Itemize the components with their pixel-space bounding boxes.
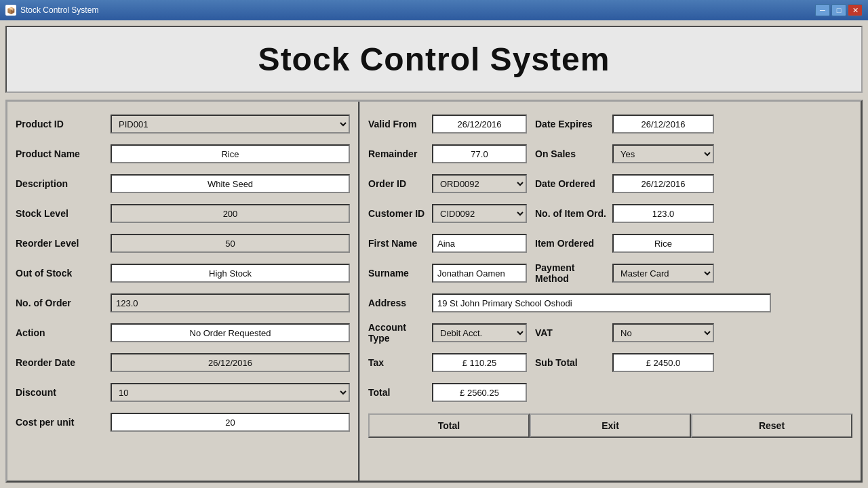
product-name-input[interactable] [111,144,350,163]
minimize-button[interactable]: ─ [815,4,830,16]
no-of-item-ord-input[interactable] [612,204,714,223]
reorder-date-input[interactable] [111,353,350,372]
date-expires-label: Date Expires [535,119,610,129]
bottom-buttons: Total Exit Reset [368,413,852,438]
discount-row: Discount 10 [16,381,350,404]
no-of-order-input[interactable] [111,293,350,312]
order-id-select[interactable]: ORD0092 [432,174,527,193]
reorder-date-label: Reorder Date [16,357,111,368]
sub-total-label: Sub Total [535,357,610,368]
valid-from-row: Valid From Date Expires [368,113,852,136]
action-row: Action [16,321,350,344]
no-of-order-label: No. of Order [16,298,111,308]
payment-method-select[interactable]: Master Card Visa Cash [612,264,714,283]
tax-row: Tax Sub Total [368,351,852,374]
sub-total-input[interactable] [612,353,714,372]
action-input[interactable] [111,323,350,342]
product-name-row: Product Name [16,142,350,165]
stock-level-label: Stock Level [16,208,111,219]
total-input[interactable] [432,383,527,402]
on-sales-label: On Sales [535,148,610,159]
surname-input[interactable] [432,264,527,283]
right-panel: Valid From Date Expires Remainder On Sal… [360,102,861,481]
account-type-select[interactable]: Debit Acct. Credit Acct. [432,323,527,342]
total-label: Total [368,387,429,398]
out-of-stock-row: Out of Stock [16,262,350,285]
address-row: Address [368,291,852,314]
left-panel: Product ID PID001 Product Name Descripti… [7,102,360,481]
cost-per-unit-label: Cost per unit [16,417,111,428]
exit-button[interactable]: Exit [530,413,691,438]
vat-select[interactable]: No Yes [612,323,714,342]
title-bar-text: Stock Control System [20,5,811,15]
out-of-stock-label: Out of Stock [16,268,111,279]
out-of-stock-input[interactable] [111,264,350,283]
order-id-row: Order ID ORD0092 Date Ordered [368,172,852,195]
product-id-row: Product ID PID001 [16,113,350,136]
stock-level-row: Stock Level [16,202,350,225]
form-container: Product ID PID001 Product Name Descripti… [5,100,863,483]
product-id-label: Product ID [16,119,111,129]
reset-button[interactable]: Reset [691,413,852,438]
item-ordered-input[interactable] [612,234,714,253]
description-input[interactable] [111,174,350,193]
tax-label: Tax [368,357,429,368]
valid-from-label: Valid From [368,119,429,129]
cost-per-unit-row: Cost per unit [16,411,350,434]
surname-row: Surname Payment Method Master Card Visa … [368,262,852,285]
discount-select[interactable]: 10 [111,383,350,402]
header-section: Stock Control System [5,26,863,93]
action-label: Action [16,327,111,338]
app-icon: 📦 [5,5,16,16]
description-row: Description [16,172,350,195]
account-type-row: Account Type Debit Acct. Credit Acct. VA… [368,321,852,344]
address-label: Address [368,298,429,308]
first-name-label: First Name [368,238,429,249]
vat-label: VAT [535,327,610,338]
order-id-label: Order ID [368,178,429,189]
reorder-level-input[interactable] [111,234,350,253]
first-name-input[interactable] [432,234,527,253]
product-name-label: Product Name [16,148,111,159]
window-controls: ─ □ ✕ [815,4,863,16]
reorder-date-row: Reorder Date [16,351,350,374]
first-name-row: First Name Item Ordered [368,232,852,255]
total-row: Total [368,381,852,404]
main-window: Stock Control System Product ID PID001 P… [0,20,868,488]
cost-per-unit-input[interactable] [111,413,350,432]
remainder-label: Remainder [368,148,429,159]
title-bar: 📦 Stock Control System ─ □ ✕ [0,0,868,20]
remainder-input[interactable] [432,144,527,163]
maximize-button[interactable]: □ [831,4,846,16]
valid-from-input[interactable] [432,115,527,134]
tax-input[interactable] [432,353,527,372]
app-title: Stock Control System [20,41,848,78]
address-input[interactable] [432,293,771,312]
total-button[interactable]: Total [368,413,530,438]
surname-label: Surname [368,268,429,279]
reorder-level-row: Reorder Level [16,232,350,255]
item-ordered-label: Item Ordered [535,238,610,249]
date-ordered-input[interactable] [612,174,714,193]
description-label: Description [16,178,111,189]
no-of-order-row: No. of Order [16,291,350,314]
date-expires-input[interactable] [612,115,714,134]
on-sales-select[interactable]: Yes No [612,144,714,163]
customer-id-label: Customer ID [368,208,429,219]
stock-level-input[interactable] [111,204,350,223]
discount-label: Discount [16,387,111,398]
product-id-select[interactable]: PID001 [111,115,350,134]
account-type-label: Account Type [368,322,429,344]
close-button[interactable]: ✕ [848,4,863,16]
reorder-level-label: Reorder Level [16,238,111,249]
remainder-row: Remainder On Sales Yes No [368,142,852,165]
customer-id-row: Customer ID CID0092 No. of Item Ord. [368,202,852,225]
payment-method-label: Payment Method [535,262,610,284]
no-of-item-ord-label: No. of Item Ord. [535,208,610,219]
customer-id-select[interactable]: CID0092 [432,204,527,223]
date-ordered-label: Date Ordered [535,178,610,189]
